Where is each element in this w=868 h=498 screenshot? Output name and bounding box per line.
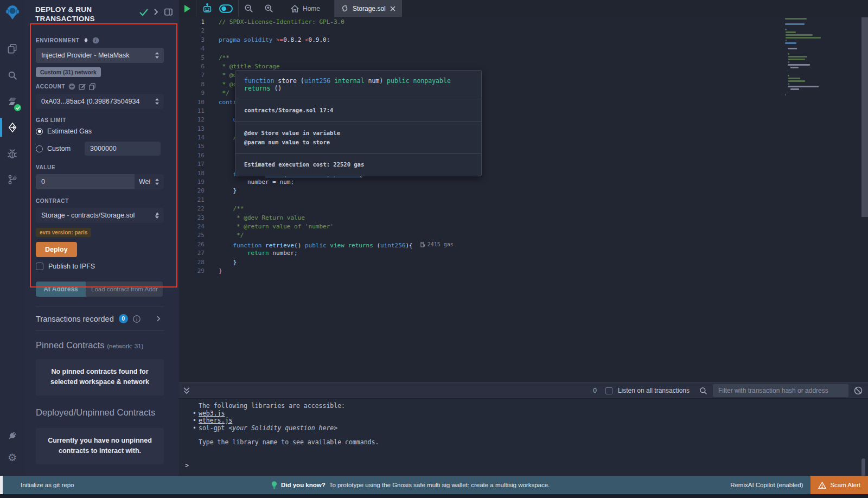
remix-logo-icon [5,5,20,20]
line-number: 14 [179,133,213,142]
copilot-toggle[interactable] [218,0,238,17]
at-address-button[interactable]: At Address [36,282,86,297]
gas-limit-label: GAS LIMIT [36,117,164,123]
line-number: 12 [179,116,213,124]
remixai-assistant-button[interactable] [196,0,218,17]
panel-expand-chevron-icon[interactable] [154,9,158,15]
gas-custom-input[interactable] [85,142,161,156]
transactions-info-icon[interactable]: i [133,315,141,323]
copilot-status[interactable]: RemixAI Copilot (enabled) [730,482,803,488]
value-label: VALUE [36,164,164,170]
zoom-in-button[interactable] [259,0,279,17]
git-init-button[interactable]: Initialize as git repo [21,482,74,488]
code-line[interactable]: /** [219,205,781,213]
terminal-filter-input[interactable] [713,384,848,397]
code-line[interactable]: return number; [219,249,781,258]
deploy-run-panel: DEPLOY & RUN TRANSACTIONS ENVIRONMENT i [24,0,179,476]
sidebar-item-plugin-manager[interactable] [0,425,24,446]
value-unit-select[interactable]: Wei [134,174,164,189]
code-line[interactable] [219,44,781,53]
sidebar-item-deploy-run[interactable] [0,117,24,138]
line-number: 25 [179,231,213,240]
sidebar-item-settings[interactable]: ⚙ [0,446,24,468]
publish-ipfs-checkbox[interactable] [36,263,43,270]
panel-check-icon [139,9,148,16]
status-bar: Initialize as git repo Did you know? To … [0,476,868,494]
scam-alert-button[interactable]: Scam Alert [810,476,868,494]
line-number: 3 [179,36,213,44]
account-select[interactable]: 0xA03...85ac4 (0.398673504934 [36,94,164,109]
line-number: 26 [179,240,213,249]
environment-info-icon[interactable]: i [92,37,99,44]
clear-console-icon[interactable] [854,386,863,395]
code-line[interactable]: number = num; [219,178,781,187]
editor-scrollbar[interactable] [861,17,868,217]
terminal-output: The following libraries are accessible: … [179,399,868,446]
collapse-terminal-icon[interactable] [183,387,190,394]
sidebar-item-search[interactable] [0,65,24,86]
code-line[interactable]: pragma solidity >=0.8.2 <0.9.0; [219,36,781,44]
gas-custom-option[interactable]: Custom [36,142,164,156]
transactions-recorded-row[interactable]: Transactions recorded 0 i [36,307,164,331]
tab-home[interactable]: Home [283,0,328,17]
robot-icon [202,3,213,14]
sidebar-item-file-explorer[interactable] [0,37,24,59]
editor-tabbar: Home Storage.sol [179,0,868,17]
code-line[interactable] [219,196,781,205]
run-script-button[interactable] [179,0,196,17]
radio-custom-gas[interactable] [36,145,43,152]
code-line[interactable] [219,27,781,35]
transactions-count-badge: 0 [119,314,128,323]
at-address-input[interactable] [86,282,163,297]
line-number: 7 [179,71,213,80]
radio-estimated-gas[interactable] [36,128,43,135]
contract-label: CONTRACT [36,198,164,204]
sidebar-item-debugger[interactable] [0,143,24,164]
edit-account-icon[interactable] [79,83,86,90]
code-line[interactable]: * @dev Return value [219,214,781,222]
sidebar-item-solidity-compiler[interactable] [0,92,24,113]
tooltip-location: contracts/Storage.sol 17:4 [235,99,481,122]
sidebar-item-git[interactable] [0,169,24,190]
code-line[interactable]: * @return value of 'number' [219,222,781,231]
line-number: 2 [179,27,213,35]
code-editor[interactable]: 1234567891011121314151617181920212223242… [179,17,868,382]
code-line[interactable]: } [219,258,781,267]
ethers-link[interactable]: ethers.js [199,417,232,424]
code-line[interactable]: function retrieve() public view returns … [219,240,781,249]
check-icon [16,106,20,110]
line-number: 5 [179,54,213,62]
close-tab-icon[interactable] [390,6,395,11]
pin-panel-icon[interactable] [164,8,173,16]
code-line[interactable]: /** [219,54,781,62]
code-line[interactable]: } [219,187,781,195]
editor-minimap[interactable] [785,18,839,97]
code-line[interactable]: // SPDX-License-Identifier: GPL-3.0 [219,18,781,27]
copy-account-icon[interactable] [89,83,95,90]
publish-ipfs-row[interactable]: Publish to IPFS [36,263,164,270]
zoom-out-button[interactable] [239,0,259,17]
code-line[interactable]: } [219,267,781,276]
remix-logo[interactable] [0,0,24,24]
home-icon [291,5,299,12]
tab-storage-sol[interactable]: Storage.sol [335,0,402,17]
code-line[interactable]: */ [219,231,781,240]
add-account-icon[interactable] [68,83,75,90]
line-number: 27 [179,249,213,258]
deploy-button[interactable]: Deploy [36,242,77,257]
listen-all-checkbox[interactable] [605,387,612,394]
contract-select[interactable]: Storage - contracts/Storage.sol [36,208,164,223]
environment-plug-icon[interactable] [83,37,89,44]
play-icon [184,5,190,12]
terminal-search-icon[interactable] [699,387,707,395]
transactions-expand-chevron-icon[interactable] [157,316,161,322]
value-input[interactable] [36,174,134,189]
environment-select[interactable]: Injected Provider - MetaMask [36,48,164,63]
terminal-prompt[interactable]: > [185,462,189,469]
gear-icon: ⚙ [8,452,17,463]
bottom-strip [0,494,868,498]
terminal-line: Type the library name to see available c… [199,439,868,446]
web3-link[interactable]: web3.js [199,410,225,417]
gas-estimated-option[interactable]: Estimated Gas [36,127,164,135]
line-number: 13 [179,125,213,133]
